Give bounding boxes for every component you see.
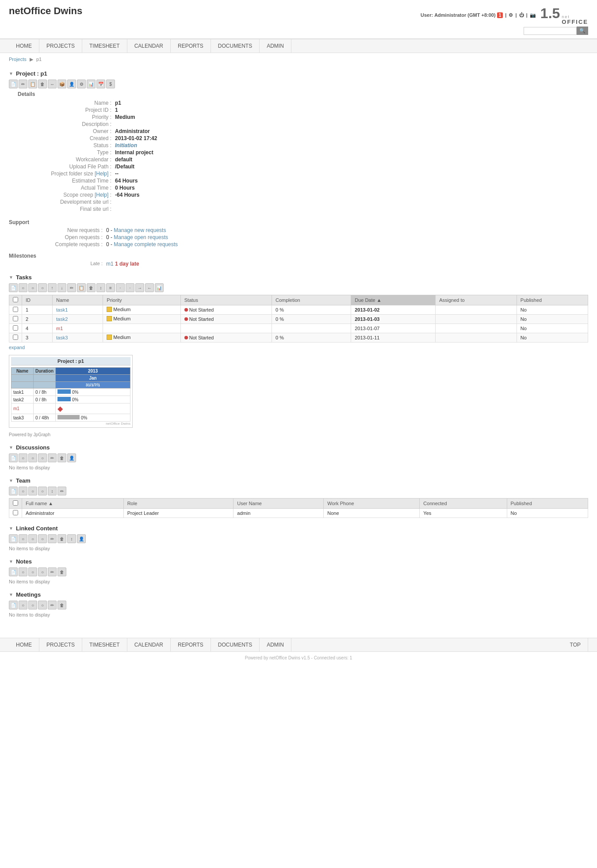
- expand-link[interactable]: expand: [9, 345, 25, 350]
- discussions-icon4[interactable]: ○: [38, 453, 47, 462]
- linked-icon2[interactable]: ○: [19, 534, 27, 543]
- toolbar-move-icon[interactable]: ↔: [48, 80, 57, 88]
- nav-admin[interactable]: ADMIN: [260, 39, 291, 53]
- footer-nav-home[interactable]: HOME: [9, 638, 39, 651]
- discussions-icon5[interactable]: ✏: [48, 453, 57, 462]
- nav-reports[interactable]: REPORTS: [171, 39, 211, 53]
- footer-nav-calendar[interactable]: CALENDAR: [127, 638, 171, 651]
- toolbar-add-icon[interactable]: 📄: [9, 80, 18, 88]
- settings-icon[interactable]: ⚙: [509, 12, 513, 18]
- nav-documents[interactable]: DOCUMENTS: [211, 39, 260, 53]
- team-icon3[interactable]: ○: [28, 487, 37, 495]
- search-input[interactable]: [524, 27, 577, 35]
- manage-new-requests-link[interactable]: Manage new requests: [114, 227, 166, 233]
- notes-icon1[interactable]: 📄: [9, 567, 18, 576]
- tasks-icon4[interactable]: ○: [38, 283, 47, 292]
- logout-icon[interactable]: ⏻: [519, 12, 524, 18]
- team-icon1[interactable]: 📄: [9, 487, 18, 495]
- project-collapse-arrow[interactable]: ▼: [9, 71, 13, 76]
- toolbar-dollar-icon[interactable]: $: [106, 80, 115, 88]
- team-icon4[interactable]: ○: [38, 487, 47, 495]
- team-icon2[interactable]: ○: [19, 487, 27, 495]
- notes-icon5[interactable]: ✏: [48, 567, 57, 576]
- meetings-icon1[interactable]: 📄: [9, 601, 18, 609]
- task3-name[interactable]: task3: [53, 333, 103, 343]
- meetings-icon3[interactable]: ○: [28, 601, 37, 609]
- manage-complete-requests-link[interactable]: Manage complete requests: [114, 241, 178, 247]
- tasks-add-icon[interactable]: 📄: [9, 283, 18, 292]
- breadcrumb-projects[interactable]: Projects: [9, 57, 27, 62]
- foldersize-help-link[interactable]: [Help]: [95, 171, 108, 177]
- linked-icon3[interactable]: ○: [28, 534, 37, 543]
- linked-icon7[interactable]: ↕: [67, 534, 76, 543]
- meetings-icon5[interactable]: ✏: [48, 601, 57, 609]
- discussions-icon7[interactable]: 👤: [67, 453, 76, 462]
- footer-nav-admin[interactable]: ADMIN: [260, 638, 291, 651]
- task3-checkbox[interactable]: [9, 333, 22, 343]
- task1-name[interactable]: task1: [53, 305, 103, 315]
- discussions-collapse-arrow[interactable]: ▼: [9, 445, 13, 450]
- tasks-icon2[interactable]: ○: [19, 283, 27, 292]
- toolbar-chart-icon[interactable]: 📊: [87, 80, 96, 88]
- meetings-collapse-arrow[interactable]: ▼: [9, 592, 13, 597]
- meetings-icon4[interactable]: ○: [38, 601, 47, 609]
- tasks-select-all[interactable]: [13, 297, 18, 302]
- footer-nav-documents[interactable]: DOCUMENTS: [211, 638, 260, 651]
- notification-badge[interactable]: 1: [497, 12, 503, 18]
- notes-icon4[interactable]: ○: [38, 567, 47, 576]
- milestone-link[interactable]: m1: [106, 261, 114, 267]
- tasks-icon5[interactable]: ↑: [48, 283, 57, 292]
- toolbar-settings-icon[interactable]: ⚙: [77, 80, 86, 88]
- discussions-icon6[interactable]: 🗑: [57, 453, 66, 462]
- linked-icon6[interactable]: 🗑: [57, 534, 66, 543]
- nav-calendar[interactable]: CALENDAR: [127, 39, 171, 53]
- nav-home[interactable]: HOME: [9, 39, 39, 53]
- tasks-icon6[interactable]: ↓: [57, 283, 66, 292]
- footer-nav-reports[interactable]: REPORTS: [171, 638, 211, 651]
- m1-checkbox[interactable]: [9, 324, 22, 333]
- toolbar-calendar-icon[interactable]: 📅: [96, 80, 105, 88]
- tasks-col-duedate[interactable]: Due Date ▲: [351, 295, 436, 305]
- team-icon5[interactable]: ↕: [48, 487, 57, 495]
- task2-name[interactable]: task2: [53, 315, 103, 324]
- tasks-icon7[interactable]: ✏: [67, 283, 76, 292]
- team-icon6[interactable]: ✏: [57, 487, 66, 495]
- toolbar-user-icon[interactable]: 👤: [67, 80, 76, 88]
- search-button[interactable]: 🔍: [577, 27, 588, 35]
- task2-checkbox[interactable]: [9, 315, 22, 324]
- nav-projects[interactable]: PROJECTS: [39, 39, 82, 53]
- meetings-icon2[interactable]: ○: [19, 601, 27, 609]
- tasks-col-name[interactable]: Name: [53, 295, 103, 305]
- notes-collapse-arrow[interactable]: ▼: [9, 559, 13, 564]
- linked-icon1[interactable]: 📄: [9, 534, 18, 543]
- team-admin-checkbox[interactable]: [9, 509, 22, 518]
- team-col-fullname[interactable]: Full name ▲: [22, 499, 124, 509]
- meetings-icon6[interactable]: 🗑: [57, 601, 66, 609]
- tasks-icon13[interactable]: ·: [126, 283, 134, 292]
- tasks-icon15[interactable]: ←: [145, 283, 154, 292]
- toolbar-archive-icon[interactable]: 📦: [57, 80, 66, 88]
- tasks-icon3[interactable]: ○: [28, 283, 37, 292]
- tasks-icon11[interactable]: ≡: [106, 283, 115, 292]
- toolbar-edit-icon[interactable]: ✏: [19, 80, 27, 88]
- discussions-icon2[interactable]: ○: [19, 453, 27, 462]
- team-select-all[interactable]: [13, 500, 18, 506]
- help-icon[interactable]: 📷: [530, 12, 536, 18]
- tasks-icon10[interactable]: ↕: [96, 283, 105, 292]
- tasks-icon8[interactable]: 📋: [77, 283, 86, 292]
- m1-name[interactable]: m1: [53, 324, 103, 333]
- manage-open-requests-link[interactable]: Manage open requests: [114, 234, 168, 240]
- notes-icon3[interactable]: ○: [28, 567, 37, 576]
- task1-checkbox[interactable]: [9, 305, 22, 315]
- footer-nav-timesheet[interactable]: TIMESHEET: [82, 638, 127, 651]
- notes-icon6[interactable]: 🗑: [57, 567, 66, 576]
- discussions-icon3[interactable]: ○: [28, 453, 37, 462]
- discussions-icon1[interactable]: 📄: [9, 453, 18, 462]
- tasks-icon14[interactable]: →: [135, 283, 144, 292]
- toolbar-copy-icon[interactable]: 📋: [28, 80, 37, 88]
- nav-timesheet[interactable]: TIMESHEET: [82, 39, 127, 53]
- tasks-col-priority[interactable]: Priority: [103, 295, 180, 305]
- linked-content-collapse-arrow[interactable]: ▼: [9, 526, 13, 531]
- scopecreep-help-link[interactable]: [Help]: [95, 192, 108, 198]
- linked-icon4[interactable]: ○: [38, 534, 47, 543]
